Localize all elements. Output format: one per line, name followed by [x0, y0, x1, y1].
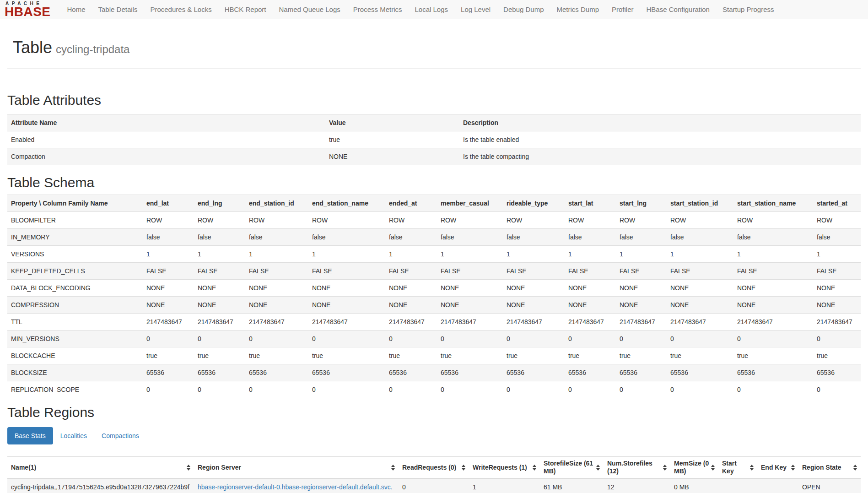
schema-value-cell: ROW: [245, 212, 308, 229]
region-name-cell: cycling-tripdata,,1719475156245.e95d0a13…: [7, 478, 194, 493]
schema-property-cell: BLOCKCACHE: [7, 347, 143, 364]
schema-value-cell: 65536: [733, 364, 813, 381]
nav-item-local-logs[interactable]: Local Logs: [408, 0, 454, 19]
schema-value-cell: 2147483647: [667, 314, 733, 330]
hbase-logo[interactable]: APACHE HBASE: [5, 1, 51, 18]
schema-value-cell: 0: [616, 381, 667, 398]
schema-value-cell: FALSE: [503, 263, 565, 280]
schema-value-cell: 2147483647: [503, 314, 565, 330]
schema-value-cell: NONE: [565, 280, 616, 297]
regions-heading: Table Regions: [7, 405, 861, 420]
nav-item-startup-progress[interactable]: Startup Progress: [716, 0, 781, 19]
schema-value-cell: true: [385, 347, 437, 364]
schema-value-cell: 1: [194, 246, 245, 263]
schema-value-cell: 0: [385, 381, 437, 398]
nav-item-profiler[interactable]: Profiler: [605, 0, 640, 19]
schema-value-cell: FALSE: [143, 263, 194, 280]
schema-value-cell: 1: [437, 246, 503, 263]
schema-table-body: BLOOMFILTERROWROWROWROWROWROWROWROWROWRO…: [7, 212, 861, 398]
schema-value-cell: true: [308, 347, 385, 364]
logo-hbase-text: HBASE: [5, 6, 51, 17]
nav-item-hbase-configuration[interactable]: HBase Configuration: [640, 0, 716, 19]
nav-item-process-metrics[interactable]: Process Metrics: [347, 0, 409, 19]
nav-item-table-details[interactable]: Table Details: [92, 0, 144, 19]
schema-value-cell: NONE: [733, 297, 813, 314]
region-tab-base-stats[interactable]: Base Stats: [7, 427, 53, 444]
nav-item-debug-dump[interactable]: Debug Dump: [497, 0, 550, 19]
attributes-heading: Table Attributes: [7, 93, 861, 108]
schema-value-cell: 1: [385, 246, 437, 263]
nav-item-procedures-locks[interactable]: Procedures & Locks: [144, 0, 218, 19]
schema-value-cell: FALSE: [813, 263, 861, 280]
schema-value-cell: 0: [437, 381, 503, 398]
schema-value-cell: true: [565, 347, 616, 364]
schema-family-start-station-id: start_station_id: [667, 195, 733, 212]
schema-value-cell: 65536: [194, 364, 245, 381]
schema-value-cell: 0: [616, 330, 667, 347]
regions-col-name-1[interactable]: Name(1): [7, 457, 194, 479]
schema-value-cell: true: [616, 347, 667, 364]
schema-value-cell: NONE: [616, 280, 667, 297]
schema-value-cell: false: [667, 229, 733, 246]
schema-value-cell: NONE: [308, 280, 385, 297]
attributes-table-head: Attribute NameValueDescription: [7, 114, 861, 131]
regions-col-label: ReadRequests (0): [402, 464, 460, 471]
attributes-col-value: Value: [325, 114, 459, 131]
nav-item-home[interactable]: Home: [61, 0, 92, 19]
schema-value-cell: 0: [813, 381, 861, 398]
schema-value-cell: 0: [565, 330, 616, 347]
regions-col-label: Region Server: [198, 464, 389, 471]
regions-col-label: MemSize (0 MB): [674, 460, 709, 475]
attributes-col-attribute-name: Attribute Name: [7, 114, 325, 131]
schema-property-cell: IN_MEMORY: [7, 229, 143, 246]
region-tab-localities[interactable]: Localities: [53, 427, 94, 444]
nav-item-named-queue-logs[interactable]: Named Queue Logs: [273, 0, 347, 19]
nav-item-metrics-dump[interactable]: Metrics Dump: [550, 0, 606, 19]
regions-col-writerequests-1[interactable]: WriteRequests (1): [469, 457, 540, 479]
schema-value-cell: NONE: [385, 297, 437, 314]
schema-value-cell: FALSE: [245, 263, 308, 280]
schema-value-cell: 0: [143, 381, 194, 398]
page-title-text: Table: [13, 38, 52, 57]
nav-item-log-level[interactable]: Log Level: [454, 0, 497, 19]
regions-col-region-server[interactable]: Region Server: [194, 457, 399, 479]
schema-value-cell: 0: [143, 330, 194, 347]
table-row: CompactionNONEIs the table compacting: [7, 148, 861, 165]
region-server-link[interactable]: hbase-regionserver-default-0.hbase-regio…: [198, 483, 393, 493]
table-row: MIN_VERSIONS000000000000: [7, 330, 861, 347]
schema-value-cell: false: [616, 229, 667, 246]
schema-value-cell: NONE: [503, 280, 565, 297]
schema-value-cell: 1: [733, 246, 813, 263]
schema-value-cell: NONE: [194, 297, 245, 314]
regions-col-storefilesize-61-mb[interactable]: StorefileSize (61 MB): [540, 457, 604, 479]
regions-col-memsize-0-mb[interactable]: MemSize (0 MB): [670, 457, 718, 479]
table-row: Attribute NameValueDescription: [7, 114, 861, 131]
schema-value-cell: 0: [308, 330, 385, 347]
schema-value-cell: 1: [565, 246, 616, 263]
regions-col-readrequests-0[interactable]: ReadRequests (0): [399, 457, 469, 479]
nav-item-hbck-report[interactable]: HBCK Report: [218, 0, 273, 19]
schema-value-cell: NONE: [385, 280, 437, 297]
table-row: Property \ Column Family Nameend_latend_…: [7, 195, 861, 212]
regions-col-label: Num.Storefiles (12): [607, 460, 661, 475]
schema-value-cell: 1: [245, 246, 308, 263]
schema-property-cell: COMPRESSION: [7, 297, 143, 314]
regions-col-label: Name(1): [11, 464, 185, 471]
regions-col-start-key[interactable]: Start Key: [718, 457, 757, 479]
schema-family-started-at: started_at: [813, 195, 861, 212]
schema-value-cell: NONE: [245, 280, 308, 297]
schema-value-cell: 0: [245, 330, 308, 347]
schema-value-cell: 1: [308, 246, 385, 263]
schema-property-cell: MIN_VERSIONS: [7, 330, 143, 347]
schema-corner-header: Property \ Column Family Name: [7, 195, 143, 212]
regions-col-end-key[interactable]: End Key: [757, 457, 798, 479]
regions-col-region-state[interactable]: Region State: [798, 457, 861, 479]
schema-value-cell: ROW: [616, 212, 667, 229]
region-tab-compactions[interactable]: Compactions: [94, 427, 146, 444]
title-divider: [7, 68, 861, 69]
schema-value-cell: NONE: [813, 297, 861, 314]
sort-icon: [750, 465, 754, 471]
regions-col-num-storefiles-12[interactable]: Num.Storefiles (12): [604, 457, 670, 479]
attributes-table: Attribute NameValueDescription Enabledtr…: [7, 114, 861, 165]
sort-icon: [533, 465, 536, 471]
